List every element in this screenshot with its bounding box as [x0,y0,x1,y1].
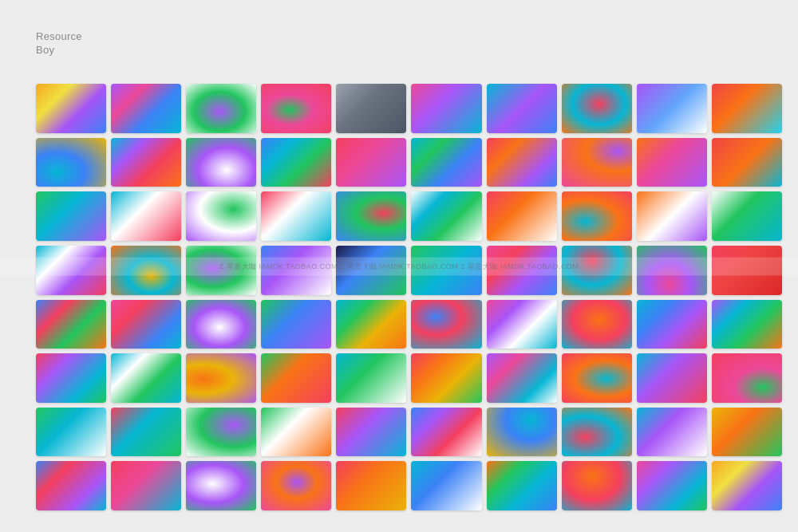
gradient-card[interactable] [712,461,782,510]
gradient-card[interactable] [487,138,557,187]
gradient-card[interactable] [562,246,632,295]
gradient-card[interactable] [261,138,331,187]
gradient-card[interactable] [111,84,181,133]
gradient-card[interactable] [487,300,557,349]
gradient-card[interactable] [411,246,481,295]
gradient-card[interactable] [637,191,707,241]
gradient-card[interactable] [336,138,406,187]
gradient-card[interactable] [411,461,481,510]
gradient-card[interactable] [111,353,181,403]
gradient-card[interactable] [336,353,406,403]
gradient-card[interactable] [487,353,557,403]
gradient-card[interactable] [562,353,632,403]
gradient-card[interactable] [487,191,557,241]
gradient-card[interactable] [186,353,256,403]
gradient-card[interactable] [261,191,331,241]
gradient-card[interactable] [637,300,707,349]
gradient-card[interactable] [111,408,181,457]
gradient-card[interactable] [637,461,707,510]
gradient-card[interactable] [487,246,557,295]
gradient-card[interactable] [637,84,707,133]
gradient-card[interactable] [637,138,707,187]
gradient-card[interactable] [336,84,406,133]
gradient-card[interactable] [562,138,632,187]
gradient-card[interactable] [186,246,256,295]
gradient-card[interactable] [36,191,106,241]
gradient-card[interactable] [562,461,632,510]
gradient-grid [36,84,782,510]
gradient-card[interactable] [562,300,632,349]
gradient-card[interactable] [36,84,106,133]
gradient-card[interactable] [712,353,782,403]
gradient-card[interactable] [712,84,782,133]
gradient-card[interactable] [111,461,181,510]
gradient-card[interactable] [261,408,331,457]
gradient-card[interactable] [186,300,256,349]
gradient-card[interactable] [261,461,331,510]
gradient-card[interactable] [111,138,181,187]
gradient-card[interactable] [36,246,106,295]
gradient-card[interactable] [411,300,481,349]
gradient-card[interactable] [637,408,707,457]
gradient-card[interactable] [186,461,256,510]
gradient-card[interactable] [36,408,106,457]
gradient-card[interactable] [111,300,181,349]
gradient-card[interactable] [562,408,632,457]
gradient-card[interactable] [36,461,106,510]
gradient-card[interactable] [637,246,707,295]
gradient-card[interactable] [186,408,256,457]
gradient-card[interactable] [111,191,181,241]
gradient-card[interactable] [36,300,106,349]
gradient-card[interactable] [562,191,632,241]
gradient-card[interactable] [111,246,181,295]
gradient-card[interactable] [261,300,331,349]
gradient-card[interactable] [562,84,632,133]
gradient-card[interactable] [186,84,256,133]
gradient-card[interactable] [712,300,782,349]
logo: Resource Boy [36,30,82,57]
gradient-card[interactable] [261,84,331,133]
gradient-card[interactable] [411,353,481,403]
gradient-card[interactable] [712,408,782,457]
gradient-card[interactable] [36,353,106,403]
gradient-card[interactable] [487,84,557,133]
gradient-card[interactable] [186,138,256,187]
gradient-card[interactable] [36,138,106,187]
gradient-card[interactable] [712,191,782,241]
gradient-card[interactable] [261,353,331,403]
gradient-card[interactable] [487,461,557,510]
gradient-card[interactable] [411,191,481,241]
gradient-card[interactable] [411,408,481,457]
gradient-card[interactable] [487,408,557,457]
gradient-card[interactable] [411,84,481,133]
gradient-card[interactable] [336,408,406,457]
gradient-card[interactable] [186,191,256,241]
gradient-card[interactable] [712,246,782,295]
gradient-card[interactable] [712,138,782,187]
gradient-card[interactable] [411,138,481,187]
gradient-card[interactable] [261,246,331,295]
gradient-card[interactable] [336,461,406,510]
gradient-card[interactable] [637,353,707,403]
gradient-card[interactable] [336,246,406,295]
gradient-card[interactable] [336,300,406,349]
gradient-card[interactable] [336,191,406,241]
